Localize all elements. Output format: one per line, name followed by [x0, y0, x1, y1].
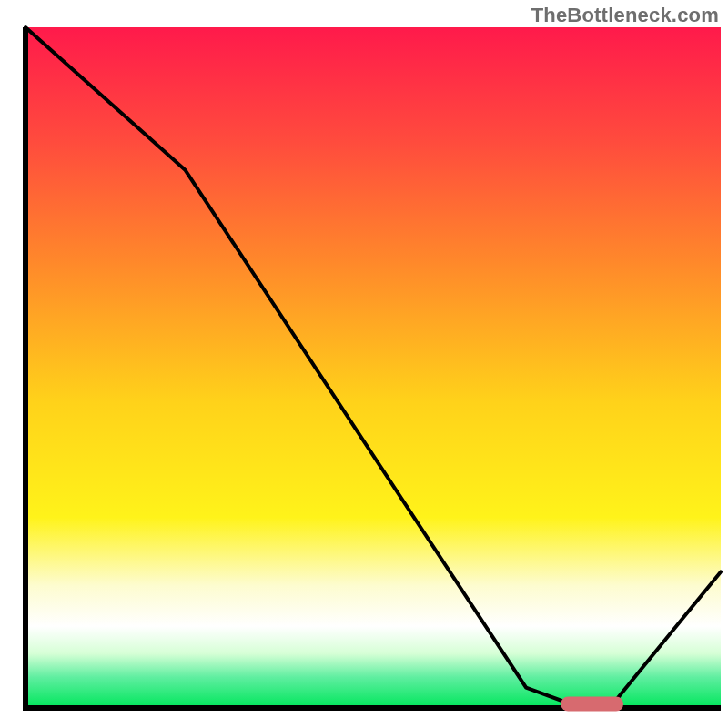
watermark-text: TheBottleneck.com	[531, 4, 719, 27]
bottleneck-chart	[0, 0, 728, 728]
optimum-marker	[561, 697, 623, 712]
plot-background	[25, 27, 721, 708]
chart-container: TheBottleneck.com	[0, 0, 728, 728]
